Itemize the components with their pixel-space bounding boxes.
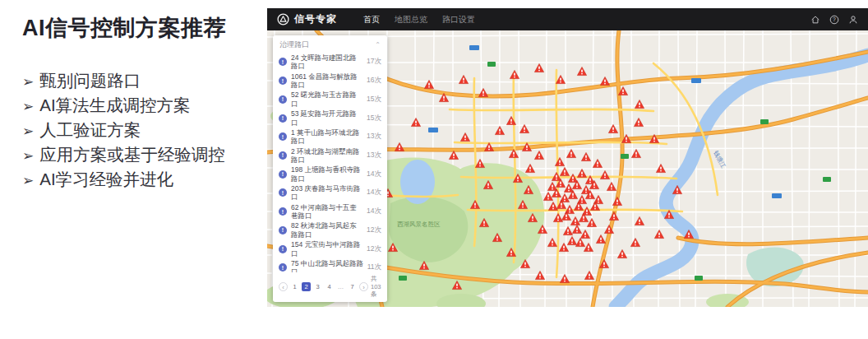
bullet-arrow-icon: ➢	[22, 170, 34, 193]
page-button[interactable]: 1	[290, 282, 299, 291]
brand-name: 信号专家	[294, 12, 337, 26]
map-label: 西湖风景名胜区	[397, 221, 441, 228]
warning-dot-icon: !	[279, 114, 287, 123]
alarm-count: 11次	[367, 262, 381, 272]
bullet-text: AI算法生成调控方案	[39, 94, 190, 117]
intersection-name: 52 曙光路与玉古路路口	[291, 91, 363, 108]
intersection-name: 62 中河南路与十五奎巷路口	[291, 203, 363, 221]
bullet-item: ➢人工验证方案	[22, 118, 265, 143]
warning-dot-icon: !	[279, 95, 287, 104]
intersection-row[interactable]: !2 环城北路与湖墅南路路口13次	[273, 146, 387, 165]
alarm-count: 12次	[367, 225, 381, 235]
top-navbar: 信号专家 首页地图总览路口设置 ?	[267, 8, 868, 30]
bullet-arrow-icon: ➢	[22, 95, 34, 118]
panel-header: 治理路口 ⌃	[273, 39, 387, 53]
slide-text-block: AI信号控制方案推荐 ➢甄别问题路口➢AI算法生成调控方案➢人工验证方案➢应用方…	[22, 13, 265, 193]
warning-dot-icon: !	[279, 263, 287, 272]
svg-text:?: ?	[833, 16, 836, 22]
alarm-count: 16次	[367, 76, 381, 86]
warning-dot-icon: !	[279, 58, 287, 66]
alarm-count: 14次	[367, 207, 381, 216]
intersection-row[interactable]: !52 曙光路与玉古路路口15次	[273, 90, 387, 109]
menu-item[interactable]: 首页	[363, 14, 380, 26]
pagination: ‹1234…7›共103条	[273, 272, 387, 300]
warning-dot-icon: !	[279, 226, 287, 235]
intersection-name: 24 文晖路与建国北路路口	[291, 53, 363, 71]
intersection-row[interactable]: !1061 金昌路与解放路路口16次	[273, 72, 387, 91]
intersection-name: 198 上塘路与香积寺路路口	[291, 165, 363, 183]
page-button[interactable]: 2	[302, 282, 311, 291]
navbar-icons: ?	[801, 15, 858, 25]
alarm-count: 14次	[367, 188, 381, 197]
brand-logo-icon	[277, 13, 289, 26]
intersection-name: 53 延安路与开元路路口	[291, 109, 363, 127]
nav-menu: 首页地图总览路口设置	[363, 14, 490, 26]
bullet-item: ➢AI算法生成调控方案	[22, 94, 265, 118]
intersection-row[interactable]: !154 元宝街与中河路路口12次	[273, 239, 387, 258]
user-icon[interactable]	[848, 15, 858, 25]
warning-dot-icon: !	[279, 151, 287, 160]
total-count: 共103条	[371, 275, 381, 299]
bullet-item: ➢甄别问题路口	[22, 69, 265, 94]
intersection-list: !24 文晖路与建国北路路口17次!1061 金昌路与解放路路口16次!52 曙…	[273, 53, 387, 272]
warning-dot-icon: !	[279, 207, 287, 216]
map-viewport[interactable]: 钱塘江西湖风景名胜区 治理路口 ⌃ !24 文晖路与建国北路路口17次!1061…	[267, 30, 868, 307]
intersection-name: 1 莫干山路与环城北路路口	[291, 128, 363, 146]
help-icon[interactable]: ?	[829, 15, 839, 25]
intersection-row[interactable]: !82 秋涛北路与凤起东路路口12次	[273, 221, 387, 239]
warning-dot-icon: !	[279, 245, 287, 253]
page-title: AI信号控制方案推荐	[22, 13, 265, 43]
bullet-arrow-icon: ➢	[22, 120, 34, 143]
alarm-count: 17次	[367, 57, 381, 67]
alarm-count: 13次	[367, 132, 381, 142]
intersection-name: 203 庆春路与马市街路口	[291, 184, 363, 202]
intersection-name: 82 秋涛北路与凤起东路路口	[291, 221, 363, 239]
alarm-count: 14次	[367, 170, 381, 179]
warning-dot-icon: !	[279, 188, 287, 197]
warning-dot-icon: !	[279, 170, 287, 179]
alarm-count: 13次	[367, 151, 381, 160]
intersection-row[interactable]: !53 延安路与开元路路口15次	[273, 109, 387, 128]
panel-title: 治理路口	[279, 39, 309, 50]
menu-item[interactable]: 地图总览	[395, 14, 427, 26]
bullet-text: 人工验证方案	[39, 118, 141, 142]
prev-page-button[interactable]: ‹	[279, 282, 288, 291]
alarm-count: 12次	[367, 244, 381, 254]
page-button[interactable]: 4	[325, 282, 334, 291]
signal-expert-app: 信号专家 首页地图总览路口设置 ?	[267, 8, 868, 307]
intersection-row[interactable]: !24 文晖路与建国北路路口17次	[273, 53, 387, 72]
intersection-name: 1061 金昌路与解放路路口	[291, 72, 363, 90]
intersection-row[interactable]: !62 中河南路与十五奎巷路口14次	[273, 202, 387, 221]
warning-dot-icon: !	[279, 132, 287, 141]
alarm-count: 15次	[367, 95, 381, 104]
bullet-arrow-icon: ➢	[22, 145, 34, 168]
intersection-name: 75 中山北路与凤起路路口	[291, 259, 364, 272]
bullet-text: AI学习经验并进化	[39, 168, 173, 191]
intersection-name: 154 元宝街与中河路路口	[291, 240, 363, 258]
home-icon[interactable]	[810, 15, 820, 25]
next-page-button[interactable]: ›	[359, 282, 368, 291]
bullet-item: ➢AI学习经验并进化	[22, 168, 265, 193]
bullet-list: ➢甄别问题路口➢AI算法生成调控方案➢人工验证方案➢应用方案或基于经验调控➢AI…	[22, 69, 265, 193]
intersection-row[interactable]: !1 莫干山路与环城北路路口13次	[273, 128, 387, 146]
page-button[interactable]: 3	[313, 282, 322, 291]
page-button[interactable]: 7	[348, 282, 357, 291]
bullet-item: ➢应用方案或基于经验调控	[22, 143, 265, 168]
bullet-text: 甄别问题路口	[39, 69, 141, 92]
menu-item[interactable]: 路口设置	[442, 14, 475, 26]
page-ellipsis: …	[336, 282, 345, 291]
bullet-text: 应用方案或基于经验调控	[39, 143, 225, 166]
intersection-row[interactable]: !198 上塘路与香积寺路路口14次	[273, 165, 387, 183]
alarm-count: 15次	[367, 114, 381, 123]
bullet-arrow-icon: ➢	[22, 71, 34, 94]
intersection-list-panel: 治理路口 ⌃ !24 文晖路与建国北路路口17次!1061 金昌路与解放路路口1…	[273, 35, 387, 302]
intersection-row[interactable]: !75 中山北路与凤起路路口11次	[273, 258, 387, 272]
collapse-caret-icon[interactable]: ⌃	[375, 43, 381, 48]
intersection-name: 2 环城北路与湖墅南路路口	[291, 147, 363, 165]
warning-dot-icon: !	[279, 77, 287, 85]
intersection-row[interactable]: !203 庆春路与马市街路口14次	[273, 183, 387, 202]
